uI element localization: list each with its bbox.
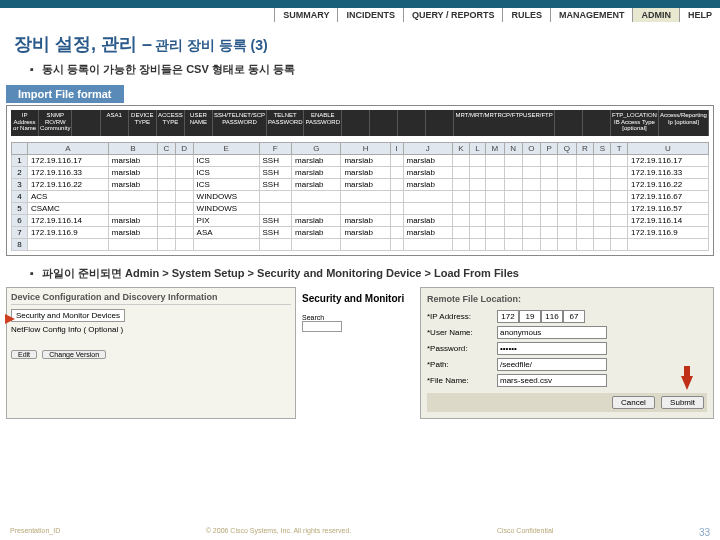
tab-admin[interactable]: ADMIN [632, 8, 679, 22]
tab-management[interactable]: MANAGEMENT [550, 8, 633, 22]
table-row: 4ACSWINDOWS172.19.116.67 [12, 191, 709, 203]
file-label: *File Name: [427, 376, 497, 385]
table-row: 8 [12, 239, 709, 251]
tab-query-reports[interactable]: QUERY / REPORTS [403, 8, 503, 22]
footer-left: Presentation_ID [10, 527, 60, 538]
ip-oct-2[interactable] [519, 310, 541, 323]
right-panel-header: Remote File Location: [427, 294, 707, 304]
table-row: 5CSAMCWINDOWS172.19.116.57 [12, 203, 709, 215]
import-header-row: IP Address or NameSNMP RO/RW CommunityAS… [11, 110, 709, 136]
table-row: 1172.19.116.17marslabICSSSHmarslabmarsla… [12, 155, 709, 167]
left-panel-header: Device Configuration and Discovery Infor… [11, 292, 291, 305]
csv-table: ABCDEFGHIJKLMNOPQRSTU 1172.19.116.17mars… [11, 142, 709, 251]
table-row: 3172.19.116.22marslabICSSSHmarslabmarsla… [12, 179, 709, 191]
user-input[interactable] [497, 326, 607, 339]
bullet-1: 동시 등록이 가능한 장비들은 CSV 형태로 동시 등록 [0, 58, 720, 81]
path-input[interactable] [497, 358, 607, 371]
import-format-box: IP Address or NameSNMP RO/RW CommunityAS… [6, 105, 714, 256]
ip-label: *IP Address: [427, 312, 497, 321]
submit-arrow-icon [681, 376, 693, 390]
pass-label: *Password: [427, 344, 497, 353]
submit-button[interactable]: Submit [661, 396, 704, 409]
table-row: 6172.19.116.14marslabPIXSSHmarslabmarsla… [12, 215, 709, 227]
ip-oct-1[interactable] [497, 310, 519, 323]
slide-title: 장비 설정, 관리 – 관리 장비 등록 (3) [0, 24, 720, 58]
edit-button[interactable]: Edit [11, 350, 37, 359]
mid-panel: Security and Monitori Search [298, 287, 418, 419]
search-label: Search [302, 314, 414, 321]
top-nav-bar: SUMMARYINCIDENTSQUERY / REPORTSRULESMANA… [0, 0, 720, 24]
tab-rules[interactable]: RULES [502, 8, 550, 22]
device-config-panel: Device Configuration and Discovery Infor… [6, 287, 296, 419]
change-version-button[interactable]: Change Version [42, 350, 106, 359]
pass-input[interactable] [497, 342, 607, 355]
section-import-label: Import File format [6, 85, 124, 103]
title-main: 장비 설정, 관리 – [14, 34, 152, 54]
tab-summary[interactable]: SUMMARY [274, 8, 337, 22]
footer-confidential: Cisco Confidential [497, 527, 553, 538]
tab-help[interactable]: HELP [679, 8, 720, 22]
search-input[interactable] [302, 321, 342, 332]
ip-oct-4[interactable] [563, 310, 585, 323]
tab-incidents[interactable]: INCIDENTS [337, 8, 403, 22]
path-label: *Path: [427, 360, 497, 369]
table-row: 2172.19.116.33marslabICSSSHmarslabmarsla… [12, 167, 709, 179]
netflow-link[interactable]: NetFlow Config Info ( Optional ) [11, 325, 291, 334]
cancel-button[interactable]: Cancel [612, 396, 655, 409]
file-input[interactable] [497, 374, 607, 387]
remote-file-panel: Remote File Location: *IP Address: *User… [420, 287, 714, 419]
security-monitor-link[interactable]: Security and Monitor Devices [11, 309, 125, 322]
ip-oct-3[interactable] [541, 310, 563, 323]
mid-title: Security and Monitori [302, 293, 414, 304]
table-row: 7172.19.116.9marslabASASSHmarslabmarslab… [12, 227, 709, 239]
title-sub: 관리 장비 등록 (3) [155, 37, 268, 53]
footer: Presentation_ID © 2006 Cisco Systems, In… [0, 527, 720, 538]
user-label: *User Name: [427, 328, 497, 337]
bullet-2: 파일이 준비되면 Admin > System Setup > Security… [0, 262, 720, 285]
page-number: 33 [699, 527, 710, 538]
footer-copyright: © 2006 Cisco Systems, Inc. All rights re… [206, 527, 352, 538]
red-arrow-icon [5, 314, 15, 324]
